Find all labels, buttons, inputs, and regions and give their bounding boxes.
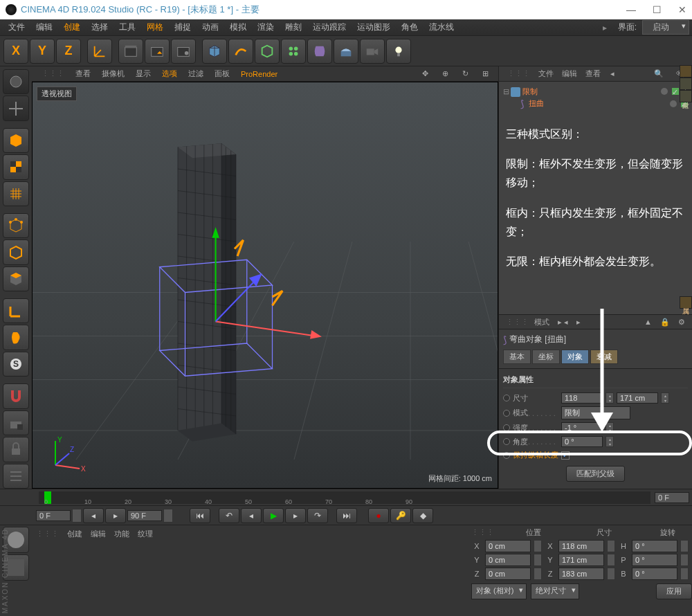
model-mode-button[interactable] [3,128,29,153]
spinner[interactable]: ▴▾ [606,422,614,433]
generator-button[interactable] [255,39,280,64]
menu-simulate[interactable]: 模拟 [224,21,252,33]
point-mode-button[interactable] [3,213,29,238]
search-icon[interactable]: 🔍 [650,69,668,78]
attr-nav-back[interactable]: ▸ ◂ [555,318,571,327]
object-tree[interactable]: ⊟ 限制 ✓● ⟆ 扭曲 ✓ [499,82,692,116]
prev-frame-button[interactable]: ◂ [241,508,262,523]
spinner[interactable] [607,540,615,552]
spinner[interactable] [534,540,542,552]
om-menu-view[interactable]: 查看 [581,69,605,79]
radio-icon[interactable] [503,410,510,417]
menu-select[interactable]: 选择 [86,21,113,33]
vtab-4[interactable]: 属 [680,296,692,309]
vp-layout-icon[interactable]: ⊞ [477,69,494,78]
spinner[interactable] [607,554,615,566]
vtab-3[interactable]: 对象 [680,90,692,102]
vp-nav-icon[interactable]: ✥ [417,69,434,78]
vp-menu-filter[interactable]: 过滤 [183,69,209,79]
environment-button[interactable] [334,39,358,64]
edge-mode-button[interactable] [3,239,29,264]
deformer-button[interactable] [307,39,332,64]
size-field[interactable] [558,540,604,552]
viewport[interactable]: 透视视图 [32,82,498,489]
keyframe-button[interactable]: ◆ [412,508,433,523]
lock-button[interactable] [3,437,29,462]
tree-row-root[interactable]: ⊟ 限制 ✓● [503,86,688,98]
vp-menu-panel[interactable]: 面板 [209,69,235,79]
vp-menu-options[interactable]: 选项 [156,69,183,79]
attr-lock-icon[interactable]: 🔒 [657,318,673,327]
coord-system-button[interactable] [87,39,112,64]
autokey-button[interactable]: 🔑 [390,508,411,523]
vp-menu-camera[interactable]: 摄像机 [96,69,130,79]
range-start-button[interactable]: ◂ [83,508,104,523]
radio-icon[interactable] [503,438,510,445]
vis-flag[interactable] [670,100,677,107]
menu-tracker[interactable]: 运动跟踪 [307,21,352,33]
pos-field[interactable] [485,568,531,580]
vp-zoom-icon[interactable]: ⊕ [437,69,454,78]
size-field[interactable] [558,554,604,566]
spinner[interactable] [607,568,615,580]
spinner[interactable] [72,509,82,523]
attr-gear-icon[interactable]: ⚙ [675,318,688,327]
pos-field[interactable] [485,540,531,552]
cube-primitive-button[interactable] [202,39,227,64]
spinner[interactable] [680,540,689,552]
strength-field[interactable] [561,422,603,433]
spinner[interactable]: ▴▾ [606,436,614,447]
start-frame-field[interactable] [36,510,71,521]
mode-dropdown[interactable]: 限制 [561,406,630,419]
snap-button[interactable]: S [3,352,29,377]
tab-coord[interactable]: 坐标 [532,350,560,364]
step-fwd-button[interactable]: ↷ [307,508,328,523]
size-y-field[interactable] [617,392,658,404]
current-frame-field[interactable] [655,492,689,503]
poly-mode-button[interactable] [3,266,29,291]
fit-parent-button[interactable]: 匹配到父级 [566,466,625,482]
render-button[interactable] [118,39,143,64]
radio-icon[interactable] [503,424,510,431]
array-button[interactable] [281,39,306,64]
workplane-button[interactable] [3,181,29,206]
angle-field[interactable] [561,436,603,447]
move-tool-button[interactable] [3,96,29,120]
radio-icon[interactable] [503,395,510,401]
texture-mode-button[interactable] [3,154,29,179]
axis-x-button[interactable]: X [3,39,28,64]
camera-button[interactable] [360,39,385,64]
rot-field[interactable] [632,540,677,552]
menu-tools[interactable]: 工具 [113,21,141,33]
range-end-button[interactable]: ▸ [105,508,126,523]
attr-up-icon[interactable]: ▲ [641,318,655,327]
goto-start-button[interactable]: ⏮ [190,508,210,523]
attr-menu-mode[interactable]: 模式 [531,317,552,327]
coord-menu-tex[interactable]: 纹理 [138,529,153,539]
menu-character[interactable]: 角色 [396,21,424,33]
live-select-button[interactable] [3,69,29,94]
coord-menu-func[interactable]: 功能 [114,529,129,539]
spinner[interactable] [534,554,542,566]
coord-menu-edit[interactable]: 编辑 [91,529,106,539]
menu-file[interactable]: 文件 [3,21,30,33]
vis-flag[interactable] [661,88,668,95]
coord-menu-create[interactable]: 创建 [67,529,82,539]
vtab-2[interactable]: 内容 [680,78,692,90]
coord-mode1-select[interactable]: 对象 (相对) [471,583,527,599]
om-menu-more[interactable]: ◂ [606,69,619,78]
spinner[interactable]: ▴▾ [661,392,669,404]
grid-snap-button[interactable] [3,464,29,489]
spinner[interactable] [163,509,173,523]
menu-snap[interactable]: 捕捉 [169,21,197,33]
render-settings-button[interactable] [171,39,196,64]
vp-menu-display[interactable]: 显示 [130,69,156,79]
goto-end-button[interactable]: ⏭ [336,508,357,523]
tab-falloff[interactable]: 衰减 [590,350,618,364]
spinner[interactable]: ▴▾ [606,392,614,404]
menu-pipeline[interactable]: 流水线 [424,21,459,33]
menu-create[interactable]: 创建 [58,21,86,33]
menu-mesh[interactable]: 网格 [141,21,169,33]
render-region-button[interactable] [145,39,170,64]
close-button[interactable]: ✕ [678,4,686,15]
